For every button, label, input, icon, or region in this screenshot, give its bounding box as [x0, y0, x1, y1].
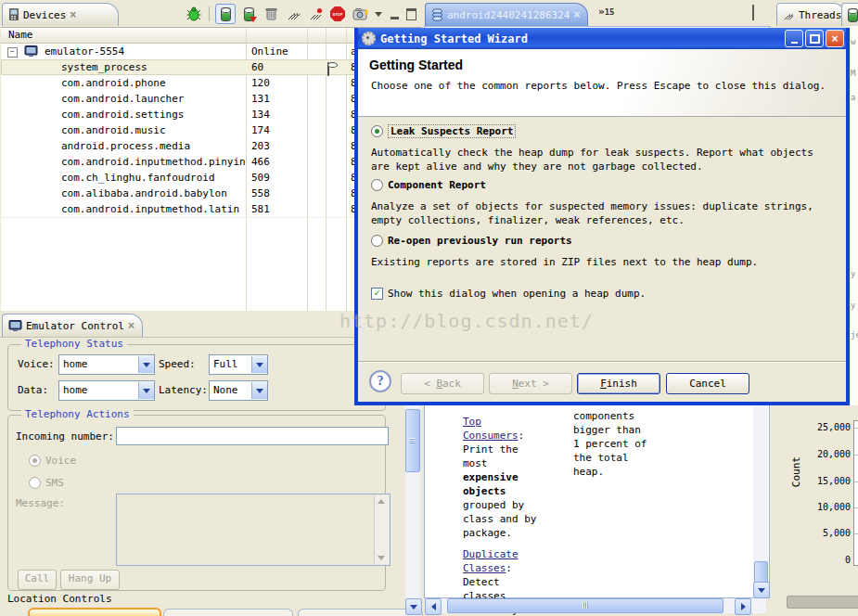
- message-textarea[interactable]: [116, 494, 391, 566]
- radio-off-icon[interactable]: [371, 179, 383, 191]
- text-fragment: y: [851, 301, 855, 310]
- update-threads-icon[interactable]: [284, 5, 302, 23]
- process-name: com.ch_linghu.fanfoudroid: [61, 170, 215, 186]
- chevron-down-icon[interactable]: [138, 356, 154, 373]
- gc-trash-icon[interactable]: [262, 5, 280, 23]
- tab-heap-editor[interactable]: android2440241286324 ×: [425, 3, 588, 26]
- cancel-button[interactable]: Cancel: [666, 373, 749, 394]
- tab-devices[interactable]: Devices ×: [2, 3, 119, 26]
- option-description: Automatically check the heap dump for le…: [371, 146, 814, 173]
- leak-suspects-option[interactable]: Leak Suspects Report: [371, 124, 516, 137]
- minimize-button[interactable]: [785, 30, 803, 47]
- tab-heap-partial[interactable]: [841, 3, 858, 26]
- tab-threads[interactable]: Threads: [776, 3, 846, 26]
- dump-hprof-icon[interactable]: [239, 5, 258, 23]
- radio-on-icon[interactable]: [371, 125, 383, 137]
- voice-radio-label: Voice: [45, 455, 76, 467]
- text-fragment: a: [851, 93, 855, 102]
- dialog-titlebar[interactable]: Getting Started Wizard ×: [358, 28, 846, 49]
- incoming-number-input[interactable]: [116, 427, 389, 445]
- scroll-down-icon[interactable]: [378, 556, 385, 560]
- maximize-icon[interactable]: [752, 7, 754, 19]
- more-tabs-chevron[interactable]: »15: [598, 6, 614, 18]
- chevron-down-icon[interactable]: [251, 356, 267, 373]
- database-icon: [848, 8, 858, 22]
- show-dialog-checkbox-row[interactable]: ✓ Show this dialog when opening a heap d…: [371, 288, 646, 300]
- scroll-right-button[interactable]: [735, 598, 751, 615]
- speed-select[interactable]: Full: [209, 354, 268, 375]
- gridline: [854, 533, 858, 534]
- call-button[interactable]: Call: [18, 570, 57, 590]
- chart-scrollbar[interactable]: [787, 596, 858, 609]
- location-tab-selected[interactable]: [28, 608, 161, 616]
- hang-up-button[interactable]: Hang Up: [60, 570, 120, 590]
- component-report-option[interactable]: Component Report: [371, 178, 486, 191]
- gridline: [854, 481, 858, 482]
- chevron-down-icon[interactable]: [138, 382, 154, 399]
- y-tick: 10,000: [817, 502, 851, 512]
- close-icon[interactable]: ×: [128, 321, 134, 330]
- arrow-right-icon: [741, 603, 746, 610]
- stop-icon[interactable]: STOP: [328, 5, 347, 23]
- text-fragment: y: [851, 269, 855, 278]
- close-button[interactable]: ×: [826, 30, 844, 47]
- maximize-glyph: [810, 34, 820, 44]
- telephony-status-group: Telephony Status Voice: home Speed: Full…: [7, 344, 386, 411]
- group-title: Telephony Actions: [21, 408, 134, 420]
- start-profiling-icon[interactable]: [306, 5, 325, 23]
- tab-emulator-control[interactable]: Emulator Control ×: [2, 314, 143, 337]
- sms-radio-label: SMS: [45, 477, 64, 489]
- message-scrollbar[interactable]: [374, 495, 389, 564]
- scroll-down-button[interactable]: [753, 582, 770, 598]
- latency-select[interactable]: None: [209, 380, 268, 401]
- link-label: Top Consumers: [463, 416, 519, 442]
- checkbox-checked-icon[interactable]: ✓: [371, 288, 383, 300]
- screenshot-camera-icon[interactable]: [351, 5, 369, 23]
- top-consumers-link[interactable]: Top Consumers: [463, 416, 519, 442]
- gear-icon: [362, 32, 376, 45]
- dialog-header-description: Choose one of the common reports below. …: [371, 80, 846, 92]
- toolbar-menu-chevron[interactable]: [373, 5, 384, 23]
- process-name: com.android.phone: [61, 75, 166, 91]
- data-select[interactable]: home: [58, 380, 155, 401]
- chevron-down-icon[interactable]: [251, 382, 267, 399]
- editor-horizontal-scrollbar[interactable]: [425, 598, 766, 613]
- location-tab[interactable]: [298, 609, 423, 616]
- maximize-icon[interactable]: [404, 5, 417, 23]
- next-button[interactable]: Next >: [489, 373, 572, 394]
- scrollbar-thumb[interactable]: [405, 409, 420, 472]
- scroll-down-button[interactable]: [405, 598, 422, 615]
- close-icon[interactable]: ×: [573, 10, 580, 19]
- debug-bug-icon[interactable]: [185, 5, 203, 23]
- overview-bold-text: expensive objects: [463, 471, 519, 497]
- voice-select[interactable]: home: [58, 354, 155, 375]
- scroll-up-icon[interactable]: [378, 499, 385, 504]
- tab-emulator-label: Emulator Control: [26, 320, 124, 332]
- tab-devices-label: Devices: [23, 9, 66, 21]
- latency-label: Latency:: [159, 384, 208, 396]
- overview-text: components bigger than 1 percent of the …: [573, 410, 647, 478]
- threads-icon: [783, 9, 795, 21]
- close-icon[interactable]: ×: [70, 10, 76, 19]
- maximize-button[interactable]: [805, 30, 824, 47]
- voice-radio[interactable]: [29, 455, 41, 467]
- update-heap-icon[interactable]: [215, 4, 236, 24]
- devices-tabbar: Devices × STOP: [0, 0, 423, 26]
- process-name: system_process: [61, 59, 147, 75]
- collapse-expander-icon[interactable]: −: [7, 47, 18, 58]
- process-pid: 174: [251, 122, 270, 138]
- minimize-icon[interactable]: [388, 5, 401, 23]
- device-monitor-icon: [24, 45, 38, 58]
- scrollbar-thumb[interactable]: [447, 598, 724, 613]
- scrollbar-grip: [583, 603, 588, 610]
- radio-off-icon[interactable]: [371, 235, 383, 247]
- editor-tabbar: android2440241286324 × »15: [424, 0, 771, 26]
- option-description: Analyze a set of objects for suspected m…: [371, 199, 814, 227]
- reopen-reports-option[interactable]: Re-open previously run reports: [371, 234, 572, 247]
- finish-button[interactable]: Finish: [577, 373, 660, 394]
- back-button[interactable]: < Back: [401, 373, 484, 394]
- sms-radio[interactable]: [29, 477, 41, 489]
- location-tab[interactable]: [163, 609, 293, 616]
- help-button[interactable]: ?: [369, 370, 391, 392]
- scroll-left-button[interactable]: [425, 598, 442, 615]
